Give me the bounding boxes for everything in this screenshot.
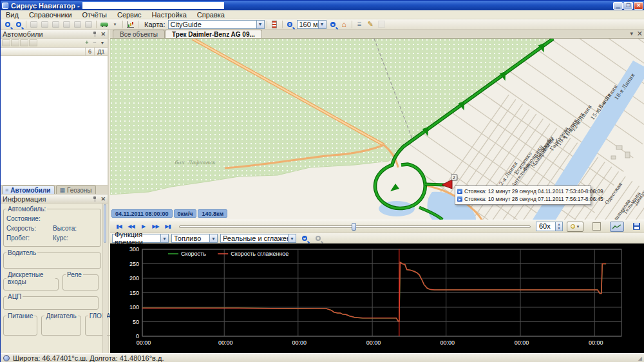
menu-servis[interactable]: Сервис: [112, 10, 147, 19]
chart-values-value: Реальные и сглаженные значен: [223, 234, 296, 242]
discrete-inputs-group: Дискретные входы: [3, 271, 59, 291]
close-panel-icon[interactable]: ✕: [100, 196, 106, 202]
combo-arrow-icon[interactable]: ▼: [160, 234, 168, 242]
combo-arrow-icon[interactable]: ▼: [318, 21, 326, 28]
window-title: Сирнус Навигатор -: [11, 2, 80, 10]
chart-values-combo[interactable]: Реальные и сглаженные значен ▼: [220, 234, 296, 243]
vehicles-panel-title: Автомобили: [3, 30, 43, 38]
globe-small-icon[interactable]: [20, 39, 28, 46]
report-icon[interactable]: [83, 20, 94, 29]
zoom-icon[interactable]: [13, 20, 24, 29]
stop-icon: [457, 189, 462, 194]
tab-track[interactable]: Трек Daimler-Benz AG 09...: [165, 30, 262, 38]
combo-arrow-icon[interactable]: ▼: [256, 21, 264, 28]
show-graph-toggle[interactable]: [610, 222, 624, 232]
graph-icon[interactable]: [125, 20, 136, 29]
left-panel-tabs: ≡ Автомобили ▦ Геозоны: [1, 186, 108, 195]
map-source-combo[interactable]: CityGuide ▼: [168, 20, 265, 29]
remove-icon[interactable]: −: [91, 39, 99, 46]
refresh-icon[interactable]: [61, 20, 72, 29]
undo-icon[interactable]: [50, 20, 61, 29]
menu-nastroyka[interactable]: Настройка: [147, 10, 192, 19]
svg-text:200: 200: [129, 275, 139, 281]
zoom-in-icon[interactable]: +: [328, 20, 339, 29]
tab-list-dropdown-icon[interactable]: ▼: [629, 31, 634, 37]
svg-text:00:00: 00:00: [218, 339, 233, 346]
vehicle-group: Автомобиль: Состояние: Скорость:Высота: …: [3, 205, 101, 247]
svg-text:50: 50: [133, 319, 139, 325]
chart-toolbar: Функция времени ▼ Топливо ▼ Реальные и с…: [110, 233, 644, 243]
spinner-arrows-icon[interactable]: ▲▼: [555, 222, 562, 231]
vehicle-icon[interactable]: [99, 20, 109, 29]
timeline-slider-handle[interactable]: [352, 223, 356, 231]
main-toolbar: ▼ Карта: CityGuide ▼ – 160 м ▼ + ⌂ ≡ ✎: [1, 19, 644, 30]
export-icon[interactable]: [11, 39, 19, 46]
tab-all-objects-label: Все объекты: [120, 31, 158, 38]
home-icon[interactable]: ⌂: [339, 20, 350, 29]
tab-close-icon[interactable]: ✕: [637, 30, 643, 38]
combo-arrow-icon[interactable]: ▼: [288, 234, 296, 242]
zoom-window-icon[interactable]: [2, 20, 13, 29]
map-tab-bar: Все объекты Трек Daimler-Benz AG 09... ▼…: [110, 30, 644, 39]
chart-mode-combo[interactable]: Функция времени ▼: [112, 234, 169, 243]
map-canvas[interactable]: 18-я Линия16-я Линия15-я Линия12-я Линия…: [110, 39, 644, 220]
add-icon[interactable]: +: [83, 39, 91, 46]
chart-zoom-in-icon[interactable]: +: [299, 234, 310, 243]
table-icon[interactable]: [72, 20, 83, 29]
map-tooltip: Стоянка: 12 минут 29 секунд 04.11.2011 7…: [455, 186, 591, 205]
blank-icon: [376, 20, 387, 29]
speed-chart[interactable]: 05010015020025030000:0000:0000:0000:0000…: [110, 243, 644, 353]
pin-icon[interactable]: [92, 196, 97, 202]
timeline-slider[interactable]: [179, 222, 531, 232]
menu-otchety[interactable]: Отчёты: [77, 10, 112, 19]
vehicle-dropdown-icon[interactable]: ▼: [109, 20, 120, 29]
bulb-dropdown-icon[interactable]: ▼: [576, 225, 580, 229]
layers-icon[interactable]: [269, 20, 280, 29]
marker-count-badge[interactable]: 2: [451, 174, 457, 180]
list-icon[interactable]: ≡: [354, 20, 365, 29]
menu-spravka[interactable]: Справка: [192, 10, 230, 19]
zoom-out-icon[interactable]: –: [285, 20, 296, 29]
vehicles-list[interactable]: [1, 56, 108, 186]
playback-speed-spinner[interactable]: 60x ▲▼: [536, 222, 563, 231]
track-highlight-button[interactable]: ▼: [567, 222, 583, 232]
adc-label: АЦП: [6, 293, 23, 300]
menu-spravochniki[interactable]: Справочники: [24, 10, 77, 19]
option-checkbox[interactable]: [592, 222, 601, 231]
title-bar: Сирнус Навигатор - ▁ ❐ ✕: [1, 1, 644, 10]
copy-icon[interactable]: [39, 20, 50, 29]
menu-bar: Вид Справочники Отчёты Сервис Настройка …: [1, 10, 644, 19]
map-scale-combo[interactable]: 160 м ▼: [297, 20, 327, 29]
note-edit-icon[interactable]: ✎: [365, 20, 376, 29]
power-label: Питание: [6, 312, 34, 319]
combo-arrow-icon[interactable]: ▼: [209, 234, 217, 242]
edit-icon[interactable]: [28, 20, 39, 29]
close-panel-icon[interactable]: ✕: [100, 31, 106, 37]
tab-geozones-label: Геозоны: [67, 187, 92, 194]
resize-grip[interactable]: ◢: [638, 356, 642, 361]
svg-text:300: 300: [129, 246, 139, 252]
tab-all-objects[interactable]: Все объекты: [113, 30, 165, 38]
print-icon[interactable]: [2, 39, 10, 46]
save-button[interactable]: [630, 222, 642, 232]
svg-text:00:00: 00:00: [292, 339, 307, 346]
menu-vid[interactable]: Вид: [1, 10, 24, 19]
pin-icon[interactable]: [92, 31, 97, 37]
info-scrollbar[interactable]: [102, 204, 107, 361]
column-d1[interactable]: Д1: [95, 48, 108, 55]
vehicles-toolbar: + − ▼: [1, 39, 108, 48]
discrete-inputs-label: Дискретные входы: [6, 271, 55, 285]
chart-zoom-out-icon[interactable]: [312, 234, 323, 243]
column-b[interactable]: 6: [86, 48, 95, 55]
svg-text:Скорость сглаженное: Скорость сглаженное: [231, 251, 289, 257]
columns-dropdown-icon[interactable]: ▼: [99, 39, 106, 46]
close-button[interactable]: ✕: [634, 2, 643, 10]
restore-button[interactable]: ❐: [623, 2, 633, 10]
state-label: Состояние:: [6, 215, 53, 222]
find-icon[interactable]: [29, 39, 37, 46]
chart-param-combo[interactable]: Топливо ▼: [171, 234, 218, 243]
tab-geozones[interactable]: ▦ Геозоны: [56, 186, 96, 194]
minimize-button[interactable]: ▁: [613, 2, 623, 10]
tab-vehicles[interactable]: ≡ Автомобили: [2, 186, 55, 194]
playback-speed-value: 60x: [539, 222, 551, 230]
